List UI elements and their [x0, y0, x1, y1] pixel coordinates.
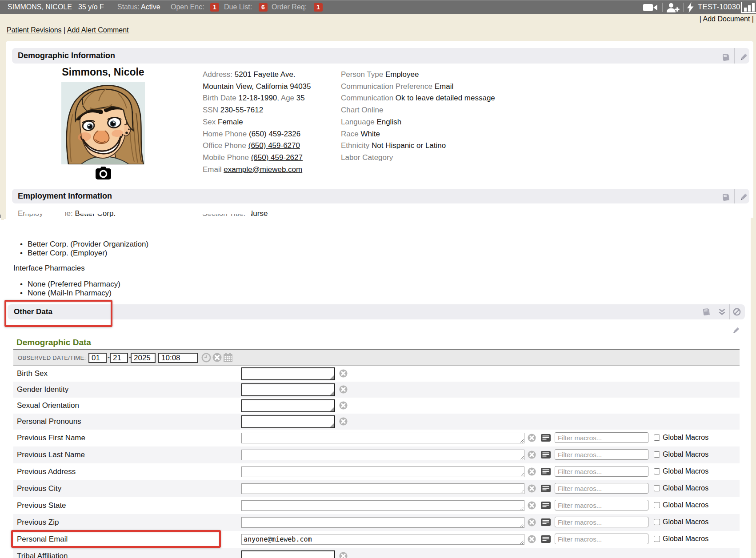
previous-last-name-textarea[interactable]	[241, 450, 524, 460]
global-macros-checkbox[interactable]	[654, 519, 660, 525]
edit-pencil-icon[interactable]	[739, 192, 748, 207]
global-macros-checkbox[interactable]	[654, 502, 660, 508]
clear-field-icon[interactable]	[528, 434, 536, 444]
birth-sex-combobox[interactable]	[241, 367, 335, 380]
video-call-icon[interactable]	[643, 3, 658, 14]
form-row-previous-last-name: Previous Last Name Global Macros	[13, 446, 740, 463]
clear-field-icon[interactable]	[339, 385, 348, 395]
address-label: Address:	[203, 70, 232, 79]
previous-first-name-textarea[interactable]	[241, 433, 524, 443]
clear-field-icon[interactable]	[339, 552, 348, 558]
macros-icon[interactable]	[541, 535, 551, 545]
clear-field-icon[interactable]	[528, 535, 536, 545]
previous-state-textarea[interactable]	[241, 500, 524, 511]
section-employment-information: Employment Information	[12, 189, 749, 203]
form-row-previous-state: Previous State Global Macros	[13, 497, 740, 514]
add-person-icon[interactable]	[666, 3, 680, 14]
filter-macros-input[interactable]	[555, 500, 648, 510]
global-macros-checkbox[interactable]	[654, 485, 660, 491]
edit-pencil-icon[interactable]	[732, 327, 740, 336]
clear-field-icon[interactable]	[528, 484, 536, 494]
macros-icon[interactable]	[541, 518, 551, 528]
macros-icon[interactable]	[541, 451, 551, 460]
observed-day-input[interactable]	[110, 353, 128, 363]
home-phone-link[interactable]: (650) 459-2326	[249, 130, 300, 138]
macros-icon[interactable]	[541, 485, 551, 494]
gender-identity-input[interactable]	[242, 384, 334, 395]
order-req-badge[interactable]: 1	[314, 3, 323, 12]
section-title: Employment Information	[18, 189, 112, 203]
patient-revisions-link[interactable]: Patient Revisions	[7, 26, 62, 34]
email-link[interactable]: example@mieweb.com	[224, 165, 302, 174]
observed-time-input[interactable]	[158, 353, 198, 363]
section-demographic-information: Demographic Information	[12, 48, 749, 64]
language-value: English	[376, 118, 401, 126]
global-macros-checkbox[interactable]	[654, 434, 660, 441]
personal-pronouns-input[interactable]	[242, 416, 334, 427]
macros-icon[interactable]	[541, 502, 551, 511]
filter-macros-input[interactable]	[555, 517, 648, 527]
tribal-affiliation-input[interactable]	[242, 551, 334, 558]
sexual-orientation-input[interactable]	[242, 400, 334, 411]
previous-zip-textarea[interactable]	[241, 517, 524, 528]
upload-photo-camera-icon[interactable]	[95, 166, 112, 180]
language-line: Language English	[341, 116, 495, 128]
form-row-gender-identity: Gender Identity	[13, 382, 740, 398]
quick-actions-icon[interactable]	[687, 2, 694, 15]
calendar-icon[interactable]	[223, 353, 233, 364]
clear-field-icon[interactable]	[339, 401, 348, 411]
observed-year-input[interactable]	[131, 353, 156, 363]
mobile-phone-link[interactable]: (650) 459-2627	[251, 153, 303, 162]
observed-month-input[interactable]	[88, 353, 107, 363]
patient-photo[interactable]	[61, 82, 145, 164]
disable-section-icon[interactable]	[733, 308, 741, 318]
macros-icon[interactable]	[541, 468, 551, 477]
revision-history-icon[interactable]	[722, 52, 730, 67]
list-item: Better Corp. (Provider Organization)	[13, 240, 148, 249]
clear-field-icon[interactable]	[528, 450, 536, 461]
chart-stats-icon[interactable]	[741, 2, 756, 15]
revision-history-icon[interactable]	[722, 192, 730, 207]
global-macros-checkbox[interactable]	[654, 536, 660, 542]
ethnicity-line: Ethnicity Not Hispanic or Latino	[341, 140, 495, 152]
address-line: Address: 5201 Fayette Ave.	[203, 69, 311, 81]
due-list-badge[interactable]: 6	[259, 3, 268, 12]
filter-macros-input[interactable]	[555, 483, 648, 494]
global-macros-label: Global Macros	[663, 434, 708, 442]
gender-identity-combobox[interactable]	[241, 383, 335, 396]
edit-pencil-icon[interactable]	[739, 52, 748, 67]
global-macros-checkbox[interactable]	[654, 468, 660, 474]
filter-macros-input[interactable]	[555, 534, 648, 544]
personal-pronouns-combobox[interactable]	[241, 415, 335, 428]
clear-field-icon[interactable]	[528, 501, 536, 511]
section-other-data: Other Data	[8, 304, 745, 319]
time-clock-icon[interactable]	[201, 353, 211, 364]
previous-city-textarea[interactable]	[241, 483, 524, 494]
filter-macros-input[interactable]	[555, 432, 648, 443]
clear-field-icon[interactable]	[528, 467, 536, 478]
clear-field-icon[interactable]	[339, 417, 348, 427]
revision-history-icon[interactable]	[702, 308, 710, 319]
tribal-affiliation-combobox[interactable]	[241, 550, 335, 558]
ssn-label: SSN	[203, 106, 218, 114]
status-value: Active	[141, 0, 160, 14]
clear-field-icon[interactable]	[528, 518, 536, 528]
form-row-sexual-orientation: Sexual Orientation	[13, 398, 740, 414]
collapse-chevrons-icon[interactable]	[718, 308, 726, 318]
pipe: |	[700, 15, 701, 23]
add-alert-comment-link[interactable]: Add Alert Comment	[67, 26, 129, 34]
open-enc-badge[interactable]: 1	[210, 3, 219, 12]
personal-email-textarea[interactable]: anyone@mieweb.com	[241, 534, 524, 545]
filter-macros-input[interactable]	[555, 466, 648, 477]
clear-datetime-icon[interactable]	[212, 353, 222, 364]
clear-field-icon[interactable]	[339, 369, 348, 379]
birth-sex-input[interactable]	[242, 368, 334, 379]
filter-macros-input[interactable]	[555, 449, 648, 460]
add-document-link[interactable]: Add Document	[703, 15, 750, 23]
office-phone-link[interactable]: (650) 459-6270	[248, 141, 300, 150]
macros-icon[interactable]	[541, 434, 551, 443]
field-label: Previous State	[17, 501, 66, 510]
previous-address-textarea[interactable]	[241, 466, 524, 477]
sexual-orientation-combobox[interactable]	[241, 399, 335, 412]
global-macros-checkbox[interactable]	[654, 451, 660, 458]
